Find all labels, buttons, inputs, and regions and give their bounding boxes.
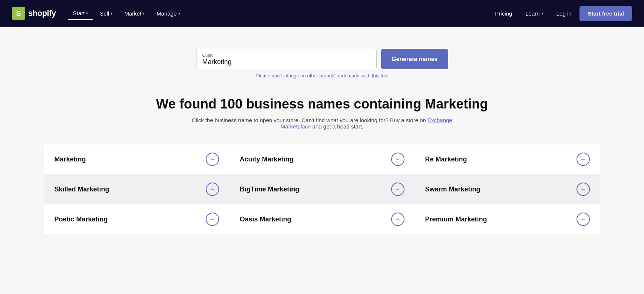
nav-item-pricing[interactable]: Pricing: [490, 7, 517, 20]
nav-item-start[interactable]: Start ▾: [68, 7, 93, 20]
start-trial-button[interactable]: Start free trial: [579, 6, 632, 21]
results-subtext: Click the business name to open your sto…: [178, 117, 467, 130]
nav-item-sell[interactable]: Sell ▾: [95, 7, 118, 20]
names-grid: Marketing → Acuity Marketing → Re Market…: [44, 144, 600, 234]
arrow-circle-icon: →: [391, 183, 404, 196]
disclaimer-text: Please don't infringe on other brands' t…: [255, 73, 388, 78]
name-item[interactable]: Poetic Marketing →: [44, 204, 229, 234]
query-input-wrapper: Query: [196, 49, 377, 69]
chevron-down-icon: ▾: [110, 11, 112, 16]
name-text: Swarm Marketing: [425, 186, 480, 193]
name-item[interactable]: Marketing →: [44, 144, 229, 174]
chevron-down-icon: ▾: [86, 11, 88, 15]
results-subtext-pre: Click the business name to open your sto…: [192, 117, 427, 123]
name-item[interactable]: Re Marketing →: [415, 144, 600, 174]
name-text: Poetic Marketing: [55, 216, 108, 223]
arrow-circle-icon: →: [206, 153, 219, 166]
name-item[interactable]: BigTime Marketing →: [229, 174, 415, 204]
generate-names-button[interactable]: Generate names: [381, 49, 448, 69]
arrow-circle-icon: →: [577, 153, 590, 166]
name-text: Marketing: [55, 156, 86, 163]
arrow-circle-icon: →: [391, 153, 404, 166]
logo-link[interactable]: S shopify: [12, 7, 56, 20]
results-heading: We found 100 business names containing M…: [156, 96, 488, 112]
nav-primary-links: Start ▾ Sell ▾ Market ▾ Manage ▾: [68, 7, 490, 20]
arrow-circle-icon: →: [206, 183, 219, 196]
search-row: Query Generate names: [196, 49, 448, 69]
chevron-down-icon: ▾: [143, 11, 145, 16]
logo-text: shopify: [28, 9, 56, 18]
name-item[interactable]: Skilled Marketing →: [44, 174, 229, 204]
name-item[interactable]: Oasis Marketing →: [229, 204, 415, 234]
name-text: Acuity Marketing: [240, 156, 294, 163]
name-text: BigTime Marketing: [240, 186, 300, 193]
name-text: Re Marketing: [425, 156, 467, 163]
chevron-down-icon: ▾: [178, 11, 180, 16]
shopify-logo-icon: S: [12, 7, 25, 20]
query-label: Query: [202, 53, 370, 57]
nav-item-manage[interactable]: Manage ▾: [151, 7, 185, 20]
nav-item-learn[interactable]: Learn ▾: [520, 7, 548, 20]
arrow-circle-icon: →: [577, 183, 590, 196]
svg-text:S: S: [16, 9, 21, 17]
main-content: Query Generate names Please don't infrin…: [0, 27, 644, 249]
search-input[interactable]: [202, 58, 370, 66]
nav-right-links: Pricing Learn ▾ Log in Start free trial: [490, 6, 632, 21]
arrow-circle-icon: →: [206, 213, 219, 226]
navbar: S shopify Start ▾ Sell ▾ Market ▾ Manage…: [0, 0, 644, 27]
name-text: Premium Marketing: [425, 216, 487, 223]
nav-item-login[interactable]: Log in: [551, 7, 577, 20]
name-text: Skilled Marketing: [55, 186, 109, 193]
arrow-circle-icon: →: [577, 213, 590, 226]
name-item[interactable]: Premium Marketing →: [415, 204, 600, 234]
nav-item-market[interactable]: Market ▾: [119, 7, 150, 20]
name-item[interactable]: Acuity Marketing →: [229, 144, 415, 174]
arrow-circle-icon: →: [391, 213, 404, 226]
results-subtext-post: and get a head start.: [311, 123, 363, 130]
name-text: Oasis Marketing: [240, 216, 291, 223]
name-item[interactable]: Swarm Marketing →: [415, 174, 600, 204]
chevron-down-icon: ▾: [541, 11, 543, 16]
